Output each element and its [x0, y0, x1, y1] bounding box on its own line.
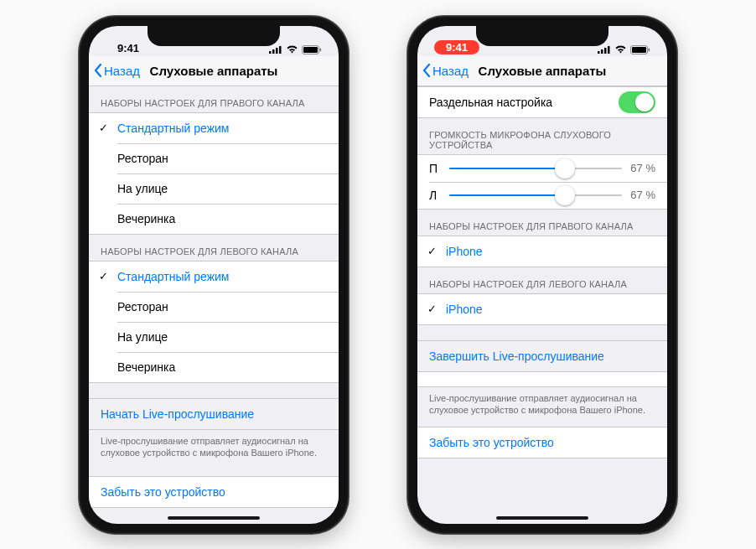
home-indicator	[496, 516, 588, 520]
preset-label: iPhone	[446, 245, 483, 258]
slider-r-thumb[interactable]	[555, 158, 575, 179]
status-icons	[598, 45, 650, 54]
status-time-recording[interactable]: 9:41	[434, 40, 479, 54]
screen: 9:41 Назад Слуховые аппараты Раздельная …	[417, 26, 667, 524]
preset-standard-left[interactable]: ✓Стандартный режим	[89, 262, 339, 292]
preset-label: Ресторан	[117, 152, 168, 165]
mic-volume-header: ГРОМКОСТЬ МИКРОФОНА СЛУХОВОГО УСТРОЙСТВА	[417, 118, 667, 154]
preset-party-left[interactable]: Вечеринка	[89, 352, 339, 382]
nav-bar: Назад Слуховые аппараты	[89, 56, 339, 86]
preset-outdoor-left[interactable]: На улице	[89, 322, 339, 352]
wifi-icon	[614, 45, 627, 54]
forget-group: Забыть это устройство	[417, 427, 667, 458]
section-right: НАБОРЫ НАСТРОЕК ДЛЯ ПРАВОГО КАНАЛА	[89, 86, 339, 112]
svg-rect-2	[276, 48, 278, 54]
preset-label: Вечеринка	[117, 360, 175, 374]
separate-adjust-row[interactable]: Раздельная настройка	[417, 87, 667, 117]
phone-left: 9:41 Назад Слуховые аппараты НАБОРЫ НАСТ…	[79, 16, 349, 534]
svg-rect-1	[272, 49, 275, 54]
svg-rect-3	[279, 46, 282, 54]
svg-rect-5	[303, 47, 318, 53]
svg-rect-12	[632, 47, 646, 53]
live-listen-group: Начать Live-прослушивание	[89, 398, 339, 430]
checkmark-icon: ✓	[427, 245, 437, 257]
right-phone-presets-r: ✓iPhone	[417, 236, 667, 267]
preset-iphone-left[interactable]: ✓iPhone	[417, 294, 667, 324]
screen: 9:41 Назад Слуховые аппараты НАБОРЫ НАСТ…	[89, 26, 339, 524]
content: НАБОРЫ НАСТРОЕК ДЛЯ ПРАВОГО КАНАЛА ✓Стан…	[89, 86, 339, 509]
preset-label: На улице	[117, 182, 168, 195]
preset-outdoor-right[interactable]: На улице	[89, 174, 339, 204]
section-left: НАБОРЫ НАСТРОЕК ДЛЯ ЛЕВОГО КАНАЛА	[89, 235, 339, 261]
svg-rect-7	[598, 51, 600, 54]
slider-l-label: Л	[429, 189, 441, 202]
status-time: 9:41	[106, 42, 151, 54]
phone-right: 9:41 Назад Слуховые аппараты Раздельная …	[407, 16, 677, 534]
content: Раздельная настройка ГРОМКОСТЬ МИКРОФОНА…	[417, 86, 667, 459]
checkmark-icon: ✓	[427, 303, 437, 315]
slider-r-fill	[449, 168, 565, 169]
notch	[476, 26, 608, 46]
home-indicator	[168, 516, 260, 520]
preset-restaurant-right[interactable]: Ресторан	[89, 143, 339, 174]
svg-rect-9	[604, 48, 607, 54]
preset-label: Стандартный режим	[117, 270, 229, 283]
slider-r-track[interactable]	[449, 168, 622, 169]
end-live-label: Завершить Live-прослушивание	[429, 350, 604, 363]
preset-label: Ресторан	[117, 300, 168, 313]
svg-rect-6	[320, 48, 322, 51]
chevron-left-icon	[94, 63, 102, 78]
slider-l-track[interactable]	[449, 194, 622, 196]
battery-icon	[302, 45, 322, 54]
cellular-icon	[269, 45, 282, 54]
start-live-listen-button[interactable]: Начать Live-прослушивание	[89, 399, 339, 429]
wifi-icon	[286, 45, 298, 54]
slider-l-value: 67 %	[630, 189, 655, 201]
preset-standard-right[interactable]: ✓Стандартный режим	[89, 113, 339, 143]
chevron-left-icon	[422, 63, 431, 78]
slider-left[interactable]: Л 67 %	[417, 182, 667, 209]
slider-l-thumb[interactable]	[555, 185, 575, 205]
preset-restaurant-left[interactable]: Ресторан	[89, 292, 339, 322]
battery-icon	[630, 45, 650, 54]
preset-iphone-right[interactable]: ✓iPhone	[417, 236, 667, 267]
slider-l-fill	[449, 194, 565, 196]
forget-label: Забыть это устройство	[101, 485, 225, 499]
section-right: НАБОРЫ НАСТРОЕК ДЛЯ ПРАВОГО КАНАЛА	[417, 210, 667, 236]
slider-r-value: 67 %	[630, 162, 655, 174]
notch	[148, 26, 280, 46]
preset-label: На улице	[117, 330, 168, 344]
forget-group: Забыть это устройство	[89, 476, 339, 508]
slider-right[interactable]: П 67 %	[417, 155, 667, 182]
blank-cell	[417, 372, 667, 387]
checkmark-icon: ✓	[99, 270, 108, 282]
back-label: Назад	[432, 64, 469, 78]
cellular-icon	[598, 45, 611, 54]
back-label: Назад	[104, 64, 140, 78]
live-listen-footer: Live-прослушивание отправляет аудиосигна…	[89, 430, 339, 462]
mic-sliders: П 67 % Л 67 %	[417, 154, 667, 210]
separate-switch[interactable]	[619, 91, 655, 113]
preset-label: Стандартный режим	[117, 122, 229, 135]
forget-device-button[interactable]: Забыть это устройство	[89, 477, 339, 507]
back-button[interactable]: Назад	[94, 63, 140, 78]
section-left: НАБОРЫ НАСТРОЕК ДЛЯ ЛЕВОГО КАНАЛА	[417, 267, 667, 293]
nav-bar: Назад Слуховые аппараты	[417, 56, 667, 86]
forget-label: Забыть это устройство	[429, 436, 554, 449]
svg-rect-8	[601, 49, 603, 54]
svg-rect-13	[649, 48, 650, 51]
separate-group: Раздельная настройка	[417, 86, 667, 118]
svg-rect-0	[269, 51, 272, 54]
right-presets: ✓Стандартный режим Ресторан На улице Веч…	[89, 112, 339, 235]
end-live-listen-button[interactable]: Завершить Live-прослушивание	[417, 341, 667, 371]
status-icons	[269, 45, 322, 54]
right-phone-presets-l: ✓iPhone	[417, 293, 667, 325]
preset-label: Вечеринка	[117, 212, 175, 225]
preset-party-right[interactable]: Вечеринка	[89, 204, 339, 234]
live-listen-group: Завершить Live-прослушивание	[417, 340, 667, 372]
back-button[interactable]: Назад	[422, 63, 469, 78]
forget-device-button[interactable]: Забыть это устройство	[417, 427, 667, 458]
slider-r-label: П	[429, 162, 441, 175]
live-listen-footer: Live-прослушивание отправляет аудиосигна…	[417, 387, 667, 419]
svg-rect-10	[608, 46, 610, 54]
